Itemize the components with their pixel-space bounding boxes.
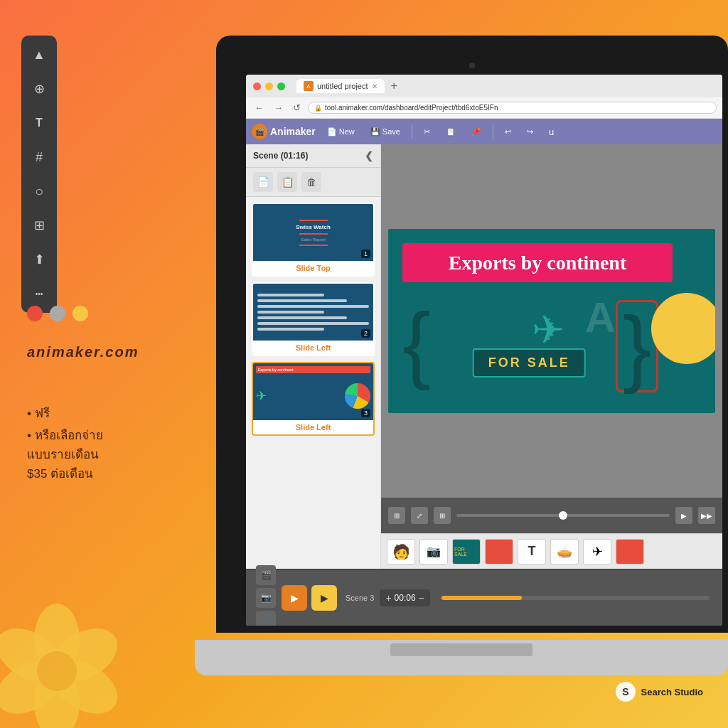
lock-icon: 🔒 (314, 105, 322, 112)
slide-3-thumbnail: Exports by continent ✈ 3 (253, 363, 373, 420)
slide-2-number: 2 (361, 329, 370, 338)
canvas-yellow-circle (651, 293, 715, 364)
asset-text-t[interactable]: T (518, 539, 546, 564)
tab-favicon: A (304, 81, 314, 91)
feature-free: ฟรี (27, 402, 103, 426)
back-button[interactable]: ← (252, 101, 267, 114)
grid-icon[interactable]: # (28, 146, 50, 168)
zoom-slider[interactable] (456, 514, 670, 517)
slide-1-title: Swiss Watch (296, 224, 331, 230)
scene-time-display: + 00:06 − (380, 589, 429, 606)
add-shape-icon[interactable]: ⊕ (28, 78, 50, 100)
save-button[interactable]: 💾 Save (366, 126, 405, 138)
play-button[interactable]: ▶ (675, 507, 692, 524)
time-minus-button[interactable]: − (419, 592, 424, 604)
tab-close-button[interactable]: ✕ (372, 82, 378, 90)
save-icon: 💾 (370, 127, 380, 136)
zoom-slider-handle[interactable] (559, 511, 567, 520)
undo-button[interactable]: ↩ (500, 126, 515, 138)
refresh-button[interactable]: ↺ (290, 101, 304, 114)
copy-button[interactable]: 📋 (441, 126, 460, 138)
slide-3-pie-chart (345, 383, 370, 409)
editor-area: Scene (01:16) ❮ 📄 📋 🗑 (246, 144, 722, 569)
asset-pie-chart[interactable]: 🥧 (550, 539, 579, 564)
flower-decoration (0, 593, 135, 728)
collapse-panel-button[interactable]: ❮ (365, 150, 373, 161)
scene-label: Scene (01:16) (253, 151, 308, 161)
new-button[interactable]: 📄 New (323, 126, 359, 138)
time-plus-button[interactable]: + (385, 592, 391, 604)
paste-button[interactable]: 📌 (467, 126, 486, 138)
layout-icon[interactable]: ⊞ (28, 215, 50, 236)
more-icon[interactable]: ••• (28, 283, 50, 304)
cut-button[interactable]: ✂ (419, 126, 434, 138)
play-large-button[interactable]: ▶ (282, 585, 307, 611)
more-toolbar-button[interactable]: u (545, 125, 559, 139)
asset-extra[interactable] (616, 539, 644, 564)
url-text: tool.animaker.com/dashboard/editProject/… (325, 104, 498, 112)
laptop: A untitled project ✕ + ← → ↺ 🔒 tool.anim… (195, 14, 728, 675)
delete-slide-button[interactable]: 🗑 (301, 172, 321, 192)
canvas-brace-left-icon: { (402, 300, 431, 385)
minimize-window-button[interactable] (265, 82, 273, 90)
search-studio-logo: S Search Studio (614, 680, 703, 703)
search-studio-label: Search Studio (641, 687, 703, 697)
time-value: 00:06 (395, 593, 416, 603)
timeline-music-icon[interactable]: 🎵 (256, 611, 276, 626)
maximize-window-button[interactable] (277, 82, 285, 90)
canvas-brace-right-icon: } (616, 300, 658, 392)
toolbar-separator-2 (493, 124, 493, 139)
canvas-main: Exports by continent A { ✈ FOR SALE (381, 144, 722, 498)
redo-button[interactable]: ↪ (523, 126, 537, 138)
timeline-photo-icon[interactable]: 📷 (256, 588, 276, 608)
fit-screen-button[interactable]: ⊞ (388, 507, 405, 524)
upload-icon[interactable]: ⬆ (28, 249, 50, 270)
play-medium-button[interactable]: ▶ (311, 585, 337, 611)
laptop-camera (469, 63, 475, 68)
close-window-button[interactable] (253, 82, 261, 90)
bottom-panel: 🎬 📷 🎵 ▶ ▶ Scene 3 + 00:06 − (246, 569, 722, 626)
slide-3-plane-icon: ✈ (256, 388, 267, 404)
timeline-video-icon[interactable]: 🎬 (256, 565, 276, 585)
slide-1-label: Slide Top (253, 261, 373, 275)
grid-toggle-button[interactable]: ⊞ (434, 507, 451, 524)
color-dot-red[interactable] (27, 306, 43, 321)
slide-1-number: 1 (361, 250, 370, 258)
asset-avatar[interactable]: 🧑 (387, 539, 415, 564)
slide-2-label: Slide Left (253, 341, 373, 355)
browser-titlebar: A untitled project ✕ + (246, 75, 722, 97)
slide-1-thumbnail: Swiss Watch Sales Report 1 (253, 204, 373, 261)
laptop-screen: A untitled project ✕ + ← → ↺ 🔒 tool.anim… (246, 75, 722, 626)
color-dot-yellow[interactable] (73, 306, 88, 321)
laptop-base (195, 640, 728, 675)
url-bar[interactable]: 🔒 tool.animaker.com/dashboard/editProjec… (308, 102, 717, 114)
tab-title: untitled project (317, 82, 368, 90)
copy-slide-button[interactable]: 📋 (277, 172, 297, 192)
slide-2-thumbnail: 2 (253, 284, 373, 341)
asset-for-sale[interactable]: FOR SALE (452, 539, 481, 564)
circle-icon[interactable]: ○ (28, 181, 50, 202)
zoom-fit-button[interactable]: ⤢ (411, 507, 428, 524)
save-label: Save (382, 127, 400, 136)
animaker-logo-icon: 🎬 (252, 124, 267, 139)
cursor-icon[interactable]: ▲ (28, 44, 50, 65)
slide-3-number: 3 (361, 409, 370, 417)
asset-plane[interactable]: ✈ (583, 539, 611, 564)
slides-panel: Scene (01:16) ❮ 📄 📋 🗑 (246, 144, 381, 569)
slide-item-1[interactable]: Swiss Watch Sales Report 1 Slide Top (252, 203, 375, 277)
asset-camera[interactable]: 📷 (419, 539, 448, 564)
timeline-track[interactable] (441, 596, 710, 600)
color-dot-gray[interactable] (50, 306, 65, 321)
asset-red-block[interactable] (485, 539, 513, 564)
play-next-button[interactable]: ▶▶ (698, 507, 715, 524)
tab-bar: A untitled project ✕ + (296, 79, 401, 93)
svg-point-6 (37, 651, 77, 691)
browser-tab[interactable]: A untitled project ✕ (296, 79, 385, 93)
text-icon[interactable]: T (28, 112, 50, 134)
slide-item-2[interactable]: 2 Slide Left (252, 282, 375, 356)
slide-canvas[interactable]: Exports by continent A { ✈ FOR SALE (388, 229, 715, 413)
new-tab-button[interactable]: + (387, 80, 401, 92)
add-slide-button[interactable]: 📄 (253, 172, 273, 192)
forward-button[interactable]: → (271, 101, 286, 114)
slide-item-3[interactable]: Exports by continent ✈ 3 Slide Left (252, 362, 375, 436)
